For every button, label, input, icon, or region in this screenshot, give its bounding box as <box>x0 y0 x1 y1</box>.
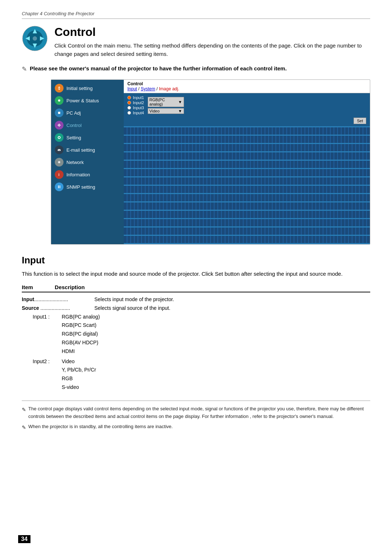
note-icon-2: ✎ <box>22 423 26 431</box>
sidebar-label-setting: Setting <box>66 135 81 140</box>
sidebar-item-pc-adj[interactable]: PC Adj <box>51 107 124 119</box>
indent-row-input2: Input2 : Video Y, Pb/Cb, Pr/Cr RGB S-vid… <box>33 357 370 392</box>
stripe-14 <box>124 236 370 243</box>
radio-input1[interactable]: Input1 <box>127 95 144 100</box>
page-number-block: 34 <box>18 535 30 543</box>
input1-val-5: HDMI <box>62 347 100 356</box>
bottom-note-text-2: When the projector is in standby, all th… <box>28 423 173 431</box>
svg-rect-27 <box>58 185 59 188</box>
sidebar-item-initial-setting[interactable]: Initial setting <box>51 82 124 94</box>
radio-dot-input3 <box>127 106 131 110</box>
setting-icon <box>55 133 64 142</box>
select-video-arrow: ▼ <box>178 109 182 113</box>
note-icon: ✎ <box>22 65 27 73</box>
input-title: Input <box>22 255 370 266</box>
sidebar-item-setting[interactable]: Setting <box>51 131 124 144</box>
radio-dot-input1 <box>127 96 131 99</box>
input1-val-1: RGB(PC analog) <box>62 313 100 321</box>
stripe-8 <box>124 186 370 193</box>
sidebar-label-snmp-setting: SNMP setting <box>66 184 95 190</box>
item-input-dots: ........................ <box>34 296 68 302</box>
svg-text:i: i <box>58 173 60 177</box>
radio-input3[interactable]: Input3 <box>127 106 144 110</box>
svg-point-19 <box>57 135 62 140</box>
indent-row-input1: Input1 : RGB(PC analog) RGB(PC Scart) RG… <box>33 313 370 356</box>
table-section: Item Description Input..................… <box>22 284 370 392</box>
select-video-value: Video <box>150 109 160 113</box>
sidebar-item-network[interactable]: Network <box>51 156 124 168</box>
breadcrumb-system[interactable]: System <box>141 86 155 91</box>
set-button[interactable]: Set <box>354 118 366 124</box>
radio-group: Input1 Input2 Input3 Input4 <box>127 95 144 115</box>
indent-values-input2: Video Y, Pb/Cb, Pr/Cr RGB S-video <box>62 357 96 392</box>
select-video[interactable]: Video ▼ <box>148 108 184 114</box>
radio-label-input3: Input3 <box>133 106 144 110</box>
indent-label-input2: Input2 : <box>33 357 54 392</box>
radio-label-input2: Input2 <box>133 100 144 105</box>
stripe-1 <box>124 127 370 135</box>
sidebar-label-control: Control <box>66 123 82 128</box>
input-description: This function is to select the input mod… <box>22 270 370 278</box>
page-number: 34 <box>18 535 30 543</box>
svg-point-23 <box>58 161 60 163</box>
table-row-source: Source ..................... Selects sig… <box>22 304 370 313</box>
radio-input4[interactable]: Input4 <box>127 111 144 115</box>
note-text: Please see the owner's manual of the pro… <box>30 65 287 73</box>
select-rgb-analog[interactable]: RGB(PC analog) ▼ <box>148 97 184 107</box>
sidebar-item-control[interactable]: Control <box>51 119 124 131</box>
breadcrumb-sep1: / <box>138 86 141 91</box>
snmp-setting-icon <box>55 182 64 191</box>
breadcrumb-image-adj[interactable]: Image adj. <box>159 86 179 91</box>
stripe-3 <box>124 144 370 151</box>
sidebar-label-power-status: Power & Status <box>66 98 99 103</box>
stripe-10 <box>124 202 370 210</box>
input2-val-3: RGB <box>62 374 96 383</box>
desc-source-text: Selects signal source of the input. <box>94 305 170 311</box>
item-source-dots: ..................... <box>39 305 70 311</box>
breadcrumb-title: Control <box>127 81 143 86</box>
sidebar-item-information[interactable]: i Information <box>51 168 124 181</box>
input-row: Input1 Input2 Input3 Input4 <box>127 95 366 115</box>
sidebar-item-email-setting[interactable]: E-mail setting <box>51 144 124 156</box>
stripe-2 <box>124 136 370 143</box>
input2-val-4: S-video <box>62 383 96 392</box>
email-setting-icon <box>55 145 64 154</box>
sidebar-label-information: Information <box>66 172 90 177</box>
input1-val-3: RGB(PC digital) <box>62 330 100 338</box>
item-source: Source ..................... <box>22 304 94 313</box>
sidebar-item-snmp-setting[interactable]: SNMP setting <box>51 181 124 193</box>
main-content-panel: Control Input / System / Image adj. Inpu… <box>124 80 370 244</box>
desc-source: Selects signal source of the input. <box>94 304 370 313</box>
input-section: Input This function is to select the inp… <box>22 255 370 392</box>
svg-rect-13 <box>58 112 60 114</box>
radio-label-input4: Input4 <box>133 111 144 115</box>
section-title: Control <box>54 25 370 39</box>
radio-input2[interactable]: Input2 <box>127 100 144 105</box>
item-source-label: Source <box>22 305 39 311</box>
section-icon <box>22 25 48 52</box>
title-section: Control Click Control on the main menu. … <box>22 25 370 58</box>
input2-val-2: Y, Pb/Cb, Pr/Cr <box>62 366 96 374</box>
stripe-12 <box>124 219 370 226</box>
bottom-note-2: ✎ When the projector is in standby, all … <box>22 423 370 431</box>
title-text-block: Control Click Control on the main menu. … <box>54 25 370 58</box>
radio-label-input1: Input1 <box>133 95 144 100</box>
bottom-note-text-1: The control page displays valid control … <box>28 405 370 420</box>
select-rgb-analog-arrow: ▼ <box>178 100 182 104</box>
input2-val-1: Video <box>62 357 96 366</box>
sidebar-item-power-status[interactable]: Power & Status <box>51 94 124 107</box>
indent-values-input1: RGB(PC analog) RGB(PC Scart) RGB(PC digi… <box>62 313 100 356</box>
stripe-9 <box>124 194 370 201</box>
network-icon <box>55 158 64 167</box>
desc-input: Selects input mode of the projector. <box>94 295 370 304</box>
sidebar-label-pc-adj: PC Adj <box>66 110 81 116</box>
bottom-notes: ✎ The control page displays valid contro… <box>22 405 370 432</box>
svg-point-6 <box>33 36 37 41</box>
stripe-6 <box>124 169 370 176</box>
breadcrumb-input[interactable]: Input <box>127 86 137 91</box>
chapter-header: Chapter 4 Controlling the Projector <box>22 11 370 19</box>
bottom-note-1: ✎ The control page displays valid contro… <box>22 405 370 420</box>
stripe-13 <box>124 227 370 235</box>
select-column: RGB(PC analog) ▼ Video ▼ <box>148 97 184 114</box>
svg-rect-28 <box>60 185 60 188</box>
